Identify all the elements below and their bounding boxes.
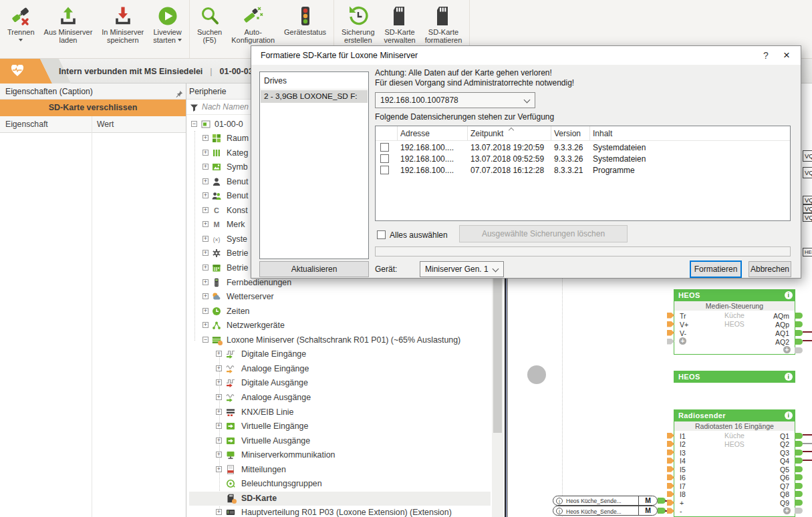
expander-plus-icon[interactable]: + [202, 236, 209, 242]
backup-checkbox[interactable] [380, 154, 389, 163]
expander-plus-icon[interactable]: + [202, 250, 209, 256]
cancel-button[interactable]: Abbrechen [749, 261, 791, 277]
expander-plus-icon[interactable]: + [202, 221, 209, 227]
output-connector[interactable] [795, 441, 803, 447]
add-output-icon[interactable]: + [783, 507, 791, 514]
expander-plus-icon[interactable]: + [216, 423, 222, 429]
expander-plus-icon[interactable]: + [216, 509, 222, 515]
backup-row[interactable]: 192.168.100....07.07.2018 16:12:288.3.3.… [376, 165, 790, 176]
expander-plus-icon[interactable]: + [202, 308, 209, 314]
tree-item-knx-eib-linie[interactable]: +KNX/EIB Linie [186, 405, 492, 419]
input-connector[interactable] [667, 508, 674, 514]
info-icon[interactable]: i [785, 373, 793, 381]
output-connector[interactable] [795, 500, 803, 506]
expander-plus-icon[interactable]: + [202, 150, 209, 156]
expander-plus-icon[interactable]: + [216, 466, 222, 472]
output-connector-empty[interactable] [795, 508, 803, 514]
input-connector[interactable] [667, 466, 674, 472]
expander-minus-icon[interactable]: − [191, 121, 197, 127]
tree-item-sd-karte[interactable]: SD-Karte [186, 492, 492, 506]
tree-item-wetterserver[interactable]: +Wetterserver [186, 290, 492, 304]
tree-item-netzwerkgeräte[interactable]: +Netzwerkgeräte [186, 319, 492, 333]
backup-checkbox[interactable] [380, 143, 389, 152]
refresh-button[interactable]: Aktualisieren [259, 261, 369, 277]
vq-connector-label[interactable]: VQ [803, 204, 812, 213]
input-connector[interactable] [667, 500, 674, 506]
toolbar-trennen[interactable]: Trennen [3, 0, 39, 58]
delete-backups-button[interactable]: Ausgewählte Sicherungen löschen [459, 225, 628, 242]
tree-item-miniserverkommunikation[interactable]: +Miniserverkommunikation [186, 448, 492, 462]
output-connector[interactable] [795, 433, 803, 439]
tree-item-digitale-eingänge[interactable]: +Digitale Eingänge [186, 347, 492, 361]
expander-plus-icon[interactable]: + [216, 379, 222, 385]
tree-item-loxone-miniserver-schaltschrank-r01-p01-65-auslastung[interactable]: −Loxone Miniserver (Schaltschrank R01 P0… [186, 333, 492, 347]
input-connector-empty[interactable] [667, 339, 674, 345]
vq-connector-label[interactable]: VQ [803, 213, 812, 222]
output-connector[interactable] [795, 466, 803, 472]
input-connector[interactable] [667, 491, 674, 497]
vq-connector-label[interactable]: VQ [803, 167, 812, 178]
column-adresse[interactable]: Adresse [400, 129, 430, 138]
expander-plus-icon[interactable]: + [216, 409, 222, 415]
expander-plus-icon[interactable]: + [202, 178, 209, 184]
expander-plus-icon[interactable]: + [202, 293, 209, 299]
input-connector[interactable] [667, 483, 674, 489]
vq-connector-label[interactable]: VQ [803, 196, 812, 204]
input-connector[interactable] [667, 450, 674, 456]
output-connector[interactable] [795, 483, 803, 489]
output-connector[interactable] [795, 458, 803, 464]
backup-checkbox[interactable] [380, 166, 389, 174]
target-miniserver-select[interactable]: 192.168.100.1007878 [375, 92, 535, 108]
column-zeitpunkt[interactable]: Zeitpunkt [470, 129, 503, 138]
memory-ref[interactable]: iHeos Küche_Sende...M [553, 506, 658, 516]
tree-item-mitteilungen[interactable]: +Mitteilungen [186, 463, 492, 477]
expander-plus-icon[interactable]: + [202, 135, 209, 141]
input-connector[interactable] [667, 313, 674, 319]
tree-item-zeiten[interactable]: +Zeiten [186, 305, 492, 319]
format-button[interactable]: Formatieren [690, 261, 742, 278]
toolbar-search[interactable]: Suchen(F5) [192, 0, 227, 58]
dialog-help-button[interactable]: ? [759, 50, 773, 61]
input-connector[interactable] [667, 474, 674, 480]
info-icon[interactable]: i [785, 291, 793, 299]
drive-list-item[interactable]: 2 - 3,9GB LOXONE_SD F: [261, 90, 368, 103]
column-version[interactable]: Version [554, 129, 581, 138]
tree-item-analoge-ausgänge[interactable]: +Analoge Ausgänge [186, 391, 492, 405]
input-connector[interactable] [667, 330, 674, 336]
output-connector[interactable] [795, 491, 803, 497]
memory-ref[interactable]: iHeos Küche_Sende...M [553, 496, 658, 506]
output-connector[interactable] [795, 474, 803, 480]
select-all-checkbox[interactable] [377, 230, 386, 239]
output-connector[interactable] [795, 321, 803, 327]
expander-minus-icon[interactable]: − [202, 337, 209, 343]
input-connector[interactable] [667, 433, 674, 439]
add-output-icon[interactable]: + [783, 346, 791, 353]
toolbar-liveview-start[interactable]: Liveviewstarten [148, 0, 186, 58]
output-connector[interactable] [795, 330, 803, 336]
backup-row[interactable]: 192.168.100....13.07.2018 09:52:599.3.3.… [376, 154, 790, 165]
dialog-close-button[interactable]: × [779, 49, 794, 62]
function-block-heos-2[interactable]: HEOSi [674, 371, 795, 383]
output-connector[interactable] [795, 450, 803, 456]
function-block-heos-1[interactable]: HEOSiMedien-SteuerungKücheHEOSTrV+V-AQmA… [674, 289, 795, 355]
device-select[interactable]: Miniserver Gen. 1 [420, 261, 504, 277]
expander-plus-icon[interactable]: + [216, 438, 222, 444]
expander-plus-icon[interactable]: + [216, 365, 222, 371]
input-connector[interactable] [667, 441, 674, 447]
expander-plus-icon[interactable]: + [202, 279, 209, 285]
tree-item-beleuchtungsgruppen[interactable]: Beleuchtungsgruppen [186, 477, 492, 491]
add-input-icon[interactable]: + [679, 337, 686, 345]
tree-item-digitale-ausgänge[interactable]: +Digitale Ausgänge [186, 376, 492, 390]
output-connector[interactable] [795, 313, 803, 319]
info-icon[interactable]: i [785, 411, 793, 419]
tree-item-virtuelle-ausgänge[interactable]: +Virtuelle Ausgänge [186, 434, 492, 448]
vq-connector-label[interactable]: VQ [803, 150, 812, 162]
toolbar-save-to-miniserver[interactable]: In Miniserverspeichern [97, 0, 148, 58]
expander-plus-icon[interactable]: + [216, 394, 222, 400]
input-connector[interactable] [667, 458, 674, 464]
expander-plus-icon[interactable]: + [202, 322, 209, 328]
input-connector[interactable] [667, 321, 674, 327]
backup-row[interactable]: 192.168.100....13.07.2018 19:20:599.3.3.… [376, 142, 790, 154]
tree-item-virtuelle-eingänge[interactable]: +Virtuelle Eingänge [186, 419, 492, 434]
toolbar-load-from-miniserver[interactable]: Aus Miniserverladen [39, 0, 98, 58]
